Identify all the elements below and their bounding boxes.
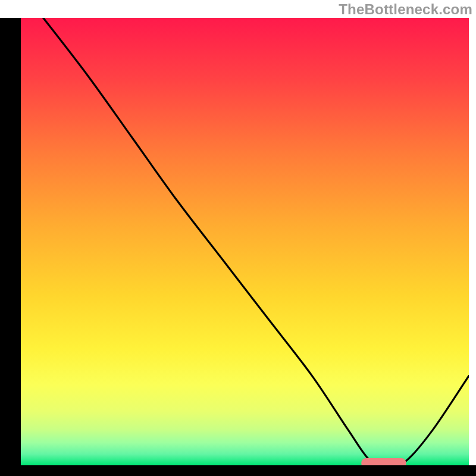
chart-canvas: TheBottleneck.com: [0, 0, 476, 476]
svg-rect-1: [0, 18, 21, 476]
plot-background: [21, 18, 469, 465]
chart-svg: [0, 0, 476, 476]
svg-rect-2: [0, 465, 476, 476]
watermark-text: TheBottleneck.com: [339, 1, 472, 18]
